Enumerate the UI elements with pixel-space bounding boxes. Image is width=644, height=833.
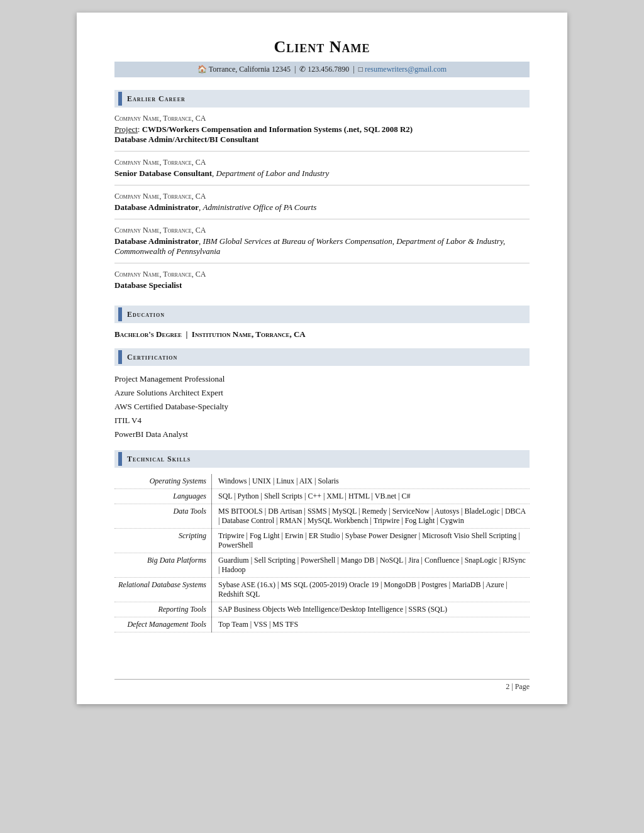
technical-skills-section: Technical Skills Operating Systems Windo…	[114, 450, 530, 632]
role-4: Database Administrator, IBM Global Servi…	[114, 236, 530, 257]
education-section: Education Bachelor's Degree | Institutio…	[114, 306, 530, 339]
skills-row-reporting: Reporting Tools SAP Business Objects Web…	[114, 602, 530, 617]
dept-3: Administrative Office of PA Courts	[203, 202, 316, 212]
edu-accent	[118, 307, 122, 321]
certification-title: Certification	[127, 353, 177, 362]
career-entry-3: Company Name, Torrance, CA Database Admi…	[114, 192, 530, 219]
career-entry-4: Company Name, Torrance, CA Database Admi…	[114, 226, 530, 263]
technical-skills-header: Technical Skills	[114, 450, 530, 468]
skills-row-defect: Defect Management Tools Top Team | VSS |…	[114, 617, 530, 632]
skills-value-defect: Top Team | VSS | MS TFS	[211, 617, 530, 632]
cert-item-4: ITIL V4	[114, 414, 530, 428]
career-entry-1: Company Name, Torrance, CA Project: CWDS…	[114, 114, 530, 152]
cert-item-5: PowerBI Data Analyst	[114, 428, 530, 441]
role-2: Senior Database Consultant, Department o…	[114, 168, 530, 179]
role-5: Database Specialist	[114, 280, 530, 290]
cert-item-2: Azure Solutions Architect Expert	[114, 386, 530, 400]
career-entry-5: Company Name, Torrance, CA Database Spec…	[114, 270, 530, 297]
position-title-1: Database Admin/Architect/BI Consultant	[114, 135, 258, 144]
email-icon: □	[358, 65, 363, 74]
page-number: 2 | Page	[506, 682, 530, 691]
position-title-3: Database Administrator	[114, 202, 199, 212]
role-1: Project: CWDS/Workers Compensation and I…	[114, 124, 530, 135]
address-icon: 🏠	[197, 65, 207, 74]
certification-header: Certification	[114, 348, 530, 366]
skills-label-scripting: Scripting	[114, 529, 211, 553]
earlier-career-section: Earlier Career Company Name, Torrance, C…	[114, 90, 530, 297]
cert-list: Project Management Professional Azure So…	[114, 372, 530, 441]
email-link[interactable]: resumewriters@gmail.com	[365, 65, 447, 74]
dept-2: Department of Labor and Industry	[216, 168, 330, 178]
education-degree: Bachelor's Degree | Institution Name, To…	[114, 329, 530, 339]
skills-row-bigdata: Big Data Platforms Guardium | Sell Scrip…	[114, 553, 530, 578]
project-label: Project	[114, 124, 138, 134]
skills-table: Operating Systems Windows | UNIX | Linux…	[114, 474, 530, 632]
phone-icon: ✆	[299, 65, 306, 74]
earlier-career-title: Earlier Career	[127, 94, 186, 104]
position-title-2: Senior Database Consultant	[114, 168, 212, 178]
skills-label-defect: Defect Management Tools	[114, 617, 211, 632]
skills-value-os: Windows | UNIX | Linux | AIX | Solaris	[211, 474, 530, 489]
skills-label-bigdata: Big Data Platforms	[114, 553, 211, 578]
project-title-1: CWDS/Workers Compensation and Informatio…	[142, 124, 413, 134]
degree-label: Bachelor's Degree	[114, 329, 182, 339]
phone: 123.456.7890	[308, 65, 349, 74]
skills-value-bigdata: Guardium | Sell Scripting | PowerShell |…	[211, 553, 530, 578]
address: Torrance, California 12345	[209, 65, 291, 74]
cert-accent	[118, 350, 122, 364]
skills-label-lang: Languages	[114, 489, 211, 504]
company-2: Company Name, Torrance, CA	[114, 158, 530, 167]
skills-row-reldb: Relational Database Systems Sybase ASE (…	[114, 578, 530, 602]
company-4: Company Name, Torrance, CA	[114, 226, 530, 235]
skills-value-lang: SQL | Python | Shell Scripts | C++ | XML…	[211, 489, 530, 504]
skills-row-data: Data Tools MS BITOOLS | DB Artisan | SSM…	[114, 504, 530, 529]
skills-label-data: Data Tools	[114, 504, 211, 529]
skills-value-scripting: Tripwire | Fog Light | Erwin | ER Studio…	[211, 529, 530, 553]
technical-skills-title: Technical Skills	[127, 455, 191, 464]
client-name: Client Name	[114, 38, 530, 57]
skills-accent	[118, 452, 122, 466]
skills-row-lang: Languages SQL | Python | Shell Scripts |…	[114, 489, 530, 504]
career-entry-2: Company Name, Torrance, CA Senior Databa…	[114, 158, 530, 185]
company-1: Company Name, Torrance, CA	[114, 114, 530, 123]
skills-value-reporting: SAP Business Objects Web Intelligence/De…	[211, 602, 530, 617]
position-1: Database Admin/Architect/BI Consultant	[114, 135, 530, 145]
institution-name: Institution Name, Torrance, CA	[192, 329, 306, 339]
role-3: Database Administrator, Administrative O…	[114, 202, 530, 212]
skills-label-os: Operating Systems	[114, 474, 211, 489]
position-title-5: Database Specialist	[114, 280, 182, 290]
position-title-4: Database Administrator	[114, 236, 199, 246]
skills-value-data: MS BITOOLS | DB Artisan | SSMS | MySQL |…	[211, 504, 530, 529]
earlier-career-header: Earlier Career	[114, 90, 530, 108]
company-5: Company Name, Torrance, CA	[114, 270, 530, 279]
cert-item-1: Project Management Professional	[114, 372, 530, 386]
page-header: Client Name	[114, 38, 530, 57]
section-accent	[118, 92, 122, 106]
company-3: Company Name, Torrance, CA	[114, 192, 530, 201]
skills-row-os: Operating Systems Windows | UNIX | Linux…	[114, 474, 530, 489]
cert-item-3: AWS Certified Database-Specialty	[114, 400, 530, 414]
page-footer: 2 | Page	[114, 679, 530, 692]
skills-row-scripting: Scripting Tripwire | Fog Light | Erwin |…	[114, 529, 530, 553]
skills-label-reldb: Relational Database Systems	[114, 578, 211, 602]
education-title: Education	[127, 310, 165, 319]
resume-page: Client Name 🏠 Torrance, California 12345…	[77, 13, 567, 704]
contact-bar: 🏠 Torrance, California 12345 | ✆ 123.456…	[114, 62, 530, 77]
skills-value-reldb: Sybase ASE (16.x) | MS SQL (2005-2019) O…	[211, 578, 530, 602]
skills-label-reporting: Reporting Tools	[114, 602, 211, 617]
certification-section: Certification Project Management Profess…	[114, 348, 530, 441]
education-header: Education	[114, 306, 530, 323]
